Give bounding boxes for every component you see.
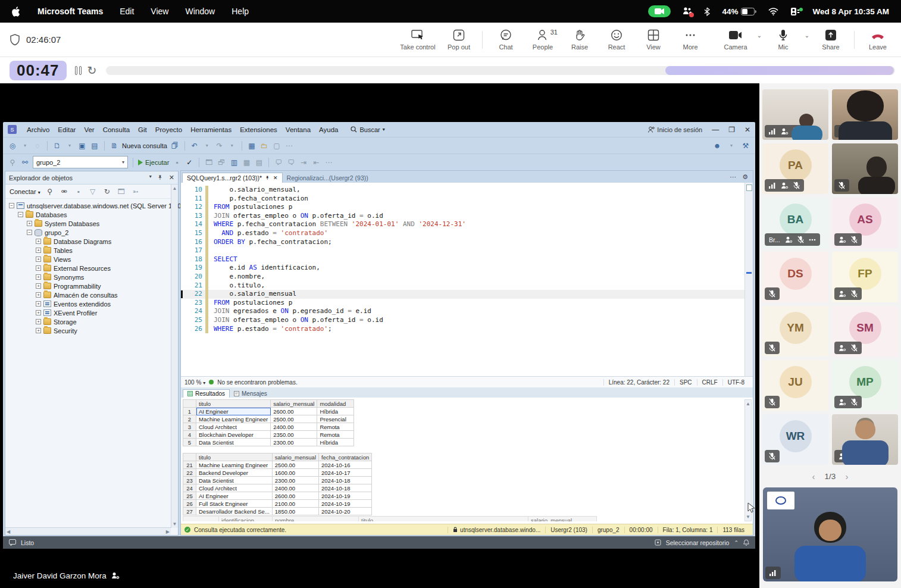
close-button[interactable]: ✕ [744,126,750,134]
tree-node[interactable]: +Programmability [8,282,178,290]
menubar-item-help[interactable]: Help [231,7,249,16]
tree-node[interactable]: +System Databases [8,219,178,228]
view-button[interactable]: View [635,29,672,51]
grid-cell[interactable]: AI Engineer [196,408,271,415]
participant-tile-ym[interactable]: YM [762,306,828,356]
grid-cell[interactable]: 2024-10-16 [319,461,372,469]
expand-icon[interactable]: + [36,274,41,280]
grid-cell[interactable]: 1850.00 [272,508,318,515]
activity-monitor-icon[interactable]: ▦ [247,141,256,151]
leave-button[interactable]: Leave [859,29,896,51]
page-next-icon[interactable]: › [845,471,848,481]
row-number[interactable]: 1 [183,408,196,415]
grid-cell[interactable]: Data Scientist [196,439,271,446]
tab-mensajes[interactable]: Mensajes [230,390,271,398]
column-header[interactable]: titulo [196,400,271,408]
tree-node[interactable]: +Almacén de consultas [8,290,178,299]
participant-tile-pa[interactable]: PA [762,143,828,194]
menubar-item-view[interactable]: View [151,7,168,16]
collapse-icon[interactable]: − [27,230,32,235]
grid-cell[interactable]: Machine Learning Engineer [196,415,271,423]
column-header[interactable]: salario_mensual [528,517,597,522]
expand-icon[interactable]: + [36,310,41,315]
grid-cell[interactable]: 2600.00 [271,408,317,415]
pop-out-button[interactable]: Pop out [440,29,477,51]
new-query-label[interactable]: Nueva consulta [122,142,167,149]
sign-in-label[interactable]: Inicio de sesión [647,126,702,133]
react-button[interactable]: React [598,29,635,51]
grid-cell[interactable]: 2300.00 [271,439,317,446]
mic-button[interactable]: Mic [765,29,802,51]
tree-node[interactable]: +Views [8,255,178,264]
document-outline-icon[interactable] [746,184,752,191]
participant-tile-ba[interactable]: BABr... [762,198,828,248]
execute-button[interactable]: Ejecutar [138,159,169,166]
editor-settings-icon[interactable]: ⚙ [742,173,748,181]
camera-options-chevron-icon[interactable]: ⌄ [755,32,764,39]
results-grid-icon[interactable]: ▦ [242,158,251,167]
ssms-menu-item-extensiones[interactable]: Extensiones [236,126,281,133]
ssms-menu-item-herramientas[interactable]: Herramientas [186,126,236,133]
ssms-menu-item-archivo[interactable]: Archivo [23,126,54,133]
restore-button[interactable]: ❐ [728,126,735,134]
grid-cell[interactable]: Cloud Architect [196,423,271,431]
oe-chevron-icon[interactable]: ▾ [149,174,152,182]
ssms-menu-item-editar[interactable]: Editar [54,126,80,133]
object-explorer-horizontal-scrollbar[interactable]: ◀▶ [5,527,171,535]
participant-video-tile[interactable] [832,143,898,194]
tools-icon[interactable]: ⚒ [741,141,750,151]
query-options-icon[interactable]: 🗗 [217,158,226,167]
grid-cell[interactable]: 2400.00 [271,423,317,431]
participant-tile-as[interactable]: AS [832,198,898,248]
expand-icon[interactable]: + [36,319,41,324]
code-line[interactable]: 13JOIN ofertas_empleo o ON p.oferta_id =… [181,212,753,221]
results-grid-3[interactable]: identificacionnombretitulosalario_mensua… [183,516,597,521]
results-grid-1[interactable]: titulosalario_mensualmodalidad1AI Engine… [183,399,354,446]
grid-cell[interactable]: 2024-10-18 [319,484,372,492]
row-number[interactable]: 21 [183,461,196,469]
ssms-menu-item-ventana[interactable]: Ventana [281,126,315,133]
code-line[interactable]: 21 o.titulo, [181,282,753,290]
column-header[interactable]: titulo [359,517,528,522]
oe-window-icon[interactable]: 🗔 [117,187,126,196]
comment-icon[interactable]: 🗩 [274,158,283,167]
row-number[interactable]: 5 [183,439,196,446]
oe-plug-icon[interactable]: ⚲ [45,187,55,196]
collapse-icon[interactable]: − [9,203,14,208]
grid-cell[interactable]: Híbrida [317,408,354,415]
take-control-button[interactable]: Take control [395,29,440,51]
participant-tile-fp[interactable]: FP [832,252,898,302]
ssms-menu-item-ayuda[interactable]: Ayuda [315,126,342,133]
page-prev-icon[interactable]: ‹ [812,471,815,481]
ssms-search[interactable]: Buscar▾ [351,126,384,133]
column-header[interactable]: modalidad [317,400,354,408]
code-line[interactable]: 19 e.id AS identificacion, [181,264,753,273]
row-number[interactable]: 26 [183,500,196,508]
participant-tile-mp[interactable]: MP [832,360,898,411]
disconnect-icon[interactable]: ◌ [33,141,42,151]
expand-icon[interactable]: + [27,221,32,226]
grid-cell[interactable]: Presencial [317,415,354,423]
database-selector[interactable]: grupo_2▾ [33,156,128,168]
results-grid-2[interactable]: titulosalario_mensualfecha_contratacion2… [183,453,372,515]
grid-cell[interactable]: 2400.00 [272,484,318,492]
tree-node[interactable]: +Tables [8,246,178,255]
select-repository[interactable]: Seleccionar repositorio [666,539,730,546]
tab-overflow-icon[interactable]: ⋯ [730,173,736,181]
row-number[interactable]: 3 [183,423,196,431]
grid-cell[interactable]: Híbrida [317,439,354,446]
undo-icon[interactable]: ↶ [190,141,199,151]
battery-indicator[interactable]: 44% [722,7,756,16]
row-number[interactable]: 22 [183,469,196,477]
connect-icon[interactable]: ◎ [8,141,17,151]
bluetooth-icon[interactable] [704,7,710,16]
participant-video-tile[interactable] [762,89,828,140]
oe-close-icon[interactable]: ✕ [169,174,174,182]
open-folder-icon[interactable]: 🗀 [259,141,269,151]
code-line[interactable]: 17 [181,246,753,255]
grid-cell[interactable]: Full Stack Engineer [196,500,273,508]
oe-refresh-icon[interactable]: ↻ [102,187,112,196]
grid-cell[interactable]: 2100.00 [272,500,318,508]
expand-icon[interactable]: + [36,328,41,333]
participant-tile-ju[interactable]: JU [762,360,828,411]
